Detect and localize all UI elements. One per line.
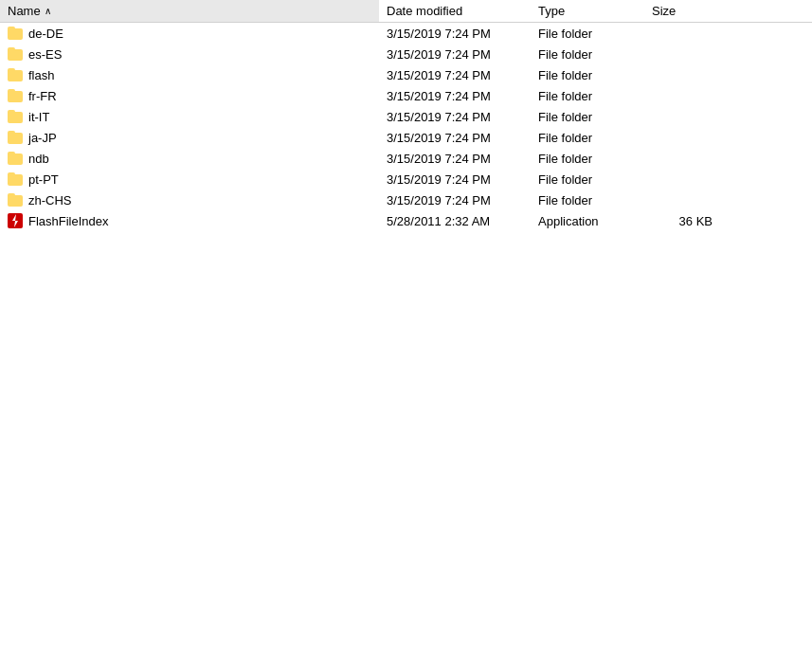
file-name: flash — [28, 68, 54, 82]
table-row[interactable]: zh-CHS3/15/2019 7:24 PMFile folder — [0, 190, 812, 210]
cell-date: 3/15/2019 7:24 PM — [379, 131, 531, 145]
file-name: FlashFileIndex — [28, 214, 109, 228]
cell-type: File folder — [531, 89, 644, 103]
cell-date: 3/15/2019 7:24 PM — [379, 27, 531, 41]
cell-type: File folder — [531, 152, 644, 166]
cell-size: 36 KB — [644, 214, 720, 228]
cell-date: 3/15/2019 7:24 PM — [379, 47, 531, 62]
file-name: es-ES — [28, 47, 62, 62]
column-headers: Name ∧ Date modified Type Size — [0, 0, 812, 23]
cell-type: File folder — [531, 131, 644, 145]
table-row[interactable]: de-DE3/15/2019 7:24 PMFile folder — [0, 23, 812, 44]
cell-name: flash — [0, 68, 379, 82]
file-name: fr-FR — [28, 89, 57, 103]
folder-icon — [8, 110, 23, 123]
table-row[interactable]: fr-FR3/15/2019 7:24 PMFile folder — [0, 85, 812, 106]
table-row[interactable]: FlashFileIndex5/28/2011 2:32 AMApplicati… — [0, 210, 812, 231]
cell-date: 3/15/2019 7:24 PM — [379, 193, 531, 208]
folder-icon — [8, 47, 23, 61]
cell-name: ja-JP — [0, 131, 379, 145]
col-name-label: Name — [8, 4, 41, 18]
folder-icon — [8, 172, 23, 186]
cell-type: File folder — [531, 110, 644, 124]
cell-date: 3/15/2019 7:24 PM — [379, 68, 531, 82]
col-type-header[interactable]: Type — [531, 0, 644, 22]
cell-date: 5/28/2011 2:32 AM — [379, 214, 531, 228]
svg-marker-0 — [12, 214, 18, 227]
folder-icon — [8, 131, 23, 144]
col-date-label: Date modified — [387, 4, 462, 18]
file-name: ndb — [28, 152, 49, 166]
cell-name: FlashFileIndex — [0, 213, 379, 228]
file-list: de-DE3/15/2019 7:24 PMFile folderes-ES3/… — [0, 23, 812, 231]
table-row[interactable]: flash3/15/2019 7:24 PMFile folder — [0, 64, 812, 85]
cell-type: File folder — [531, 27, 644, 41]
cell-name: it-IT — [0, 110, 379, 124]
sort-arrow-icon: ∧ — [45, 6, 51, 16]
file-name: ja-JP — [28, 131, 57, 145]
cell-date: 3/15/2019 7:24 PM — [379, 89, 531, 103]
cell-name: pt-PT — [0, 172, 379, 187]
cell-type: File folder — [531, 68, 644, 82]
col-type-label: Type — [538, 4, 565, 18]
col-date-header[interactable]: Date modified — [379, 0, 531, 22]
cell-name: fr-FR — [0, 89, 379, 103]
cell-type: File folder — [531, 193, 644, 208]
cell-type: File folder — [531, 172, 644, 187]
table-row[interactable]: ndb3/15/2019 7:24 PMFile folder — [0, 148, 812, 169]
file-name: de-DE — [28, 27, 63, 41]
folder-icon — [8, 89, 23, 102]
file-name: pt-PT — [28, 172, 59, 187]
col-size-header[interactable]: Size — [644, 0, 720, 22]
col-size-label: Size — [652, 4, 676, 18]
application-icon — [8, 213, 23, 228]
table-row[interactable]: pt-PT3/15/2019 7:24 PMFile folder — [0, 169, 812, 190]
folder-icon — [8, 152, 23, 165]
cell-date: 3/15/2019 7:24 PM — [379, 110, 531, 124]
cell-name: es-ES — [0, 47, 379, 62]
cell-name: ndb — [0, 152, 379, 166]
cell-date: 3/15/2019 7:24 PM — [379, 152, 531, 166]
cell-type: File folder — [531, 47, 644, 62]
folder-icon — [8, 68, 23, 81]
cell-name: zh-CHS — [0, 193, 379, 208]
file-explorer: Name ∧ Date modified Type Size de-DE3/15… — [0, 0, 812, 668]
file-name: it-IT — [28, 110, 49, 124]
table-row[interactable]: ja-JP3/15/2019 7:24 PMFile folder — [0, 127, 812, 148]
folder-icon — [8, 193, 23, 207]
file-name: zh-CHS — [28, 193, 72, 208]
col-name-header[interactable]: Name ∧ — [0, 0, 379, 22]
table-row[interactable]: it-IT3/15/2019 7:24 PMFile folder — [0, 106, 812, 127]
cell-name: de-DE — [0, 27, 379, 41]
table-row[interactable]: es-ES3/15/2019 7:24 PMFile folder — [0, 44, 812, 64]
folder-icon — [8, 27, 23, 40]
cell-type: Application — [531, 214, 644, 228]
cell-date: 3/15/2019 7:24 PM — [379, 172, 531, 187]
